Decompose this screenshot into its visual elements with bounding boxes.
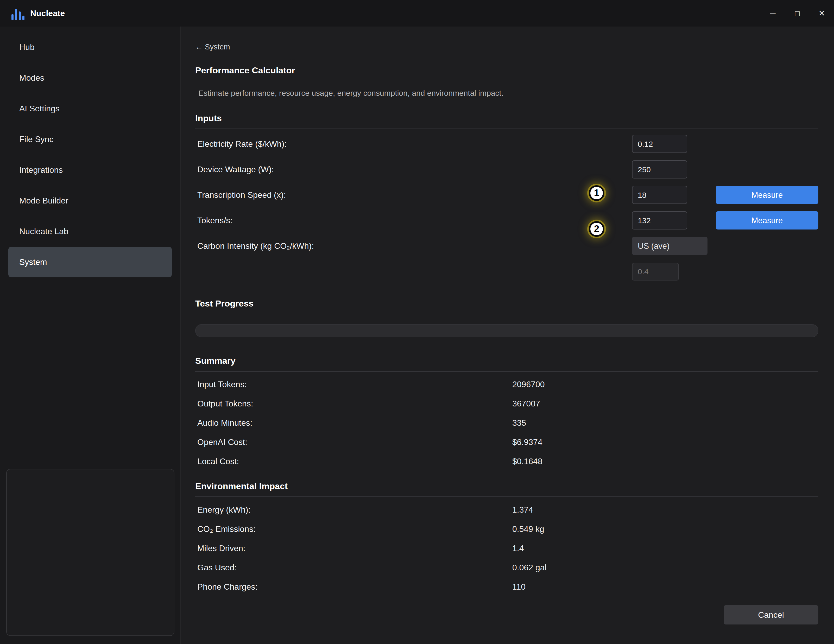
device-wattage-label: Device Wattage (W): — [195, 165, 632, 174]
divider — [195, 129, 818, 129]
title-bar: Nucleate ─ □ × — [0, 0, 834, 27]
divider — [195, 314, 818, 314]
divider — [195, 371, 818, 371]
page-title: Performance Calculator — [195, 66, 818, 76]
sidebar-item-file-sync[interactable]: File Sync — [8, 124, 172, 155]
cancel-button[interactable]: Cancel — [724, 605, 818, 625]
stat-label: Gas Used: — [195, 563, 512, 572]
sidebar-empty-panel — [6, 469, 175, 636]
sidebar-nav: HubModesAI SettingsFile SyncIntegrations… — [0, 32, 180, 278]
stat-value: $0.1648 — [512, 457, 818, 466]
sidebar-item-nucleate-lab[interactable]: Nucleate Lab — [8, 216, 172, 247]
carbon-intensity-row: Carbon Intensity (kg CO₂/kWh): US (ave) — [195, 233, 818, 259]
tokens-per-second-row: Tokens/s: Measure — [195, 208, 818, 233]
progress-bar — [195, 324, 818, 337]
stat-value: 0.549 kg — [512, 524, 818, 534]
main-content: ← System Performance Calculator Estimate… — [181, 27, 834, 644]
stat-row: Input Tokens:2096700 — [195, 375, 818, 394]
stat-label: Phone Charges: — [195, 582, 512, 591]
tokens-per-second-input[interactable] — [632, 211, 687, 229]
close-button[interactable]: × — [810, 0, 834, 27]
carbon-intensity-select[interactable]: US (ave) — [632, 237, 708, 255]
stat-value: 1.374 — [512, 505, 818, 515]
stat-value: $6.9374 — [512, 437, 818, 447]
stat-row: Energy (kWh):1.374 — [195, 500, 818, 520]
stat-label: CO₂ Emissions: — [195, 524, 512, 534]
summary-heading: Summary — [195, 356, 818, 366]
sidebar-item-label: Mode Builder — [19, 196, 68, 205]
stat-row: Local Cost:$0.1648 — [195, 452, 818, 471]
stat-label: OpenAI Cost: — [195, 437, 512, 447]
divider — [195, 497, 818, 497]
stat-value: 367007 — [512, 399, 818, 408]
tokens-per-second-label: Tokens/s: — [195, 216, 632, 225]
sidebar-item-hub[interactable]: Hub — [8, 32, 172, 63]
device-wattage-input[interactable] — [632, 160, 687, 179]
app-logo-icon — [11, 6, 25, 20]
stat-row: OpenAI Cost:$6.9374 — [195, 433, 818, 452]
sidebar-item-label: Nucleate Lab — [19, 227, 68, 236]
transcription-speed-input[interactable] — [632, 186, 687, 204]
stat-row: Gas Used:0.062 gal — [195, 558, 818, 577]
sidebar-item-label: Integrations — [19, 165, 63, 174]
carbon-intensity-value-row — [195, 259, 818, 284]
stat-value: 1.4 — [512, 544, 818, 553]
carbon-intensity-label: Carbon Intensity (kg CO₂/kWh): — [195, 241, 632, 250]
stat-label: Local Cost: — [195, 457, 512, 466]
sidebar-item-modes[interactable]: Modes — [8, 63, 172, 93]
carbon-intensity-value-input — [632, 263, 679, 280]
measure-transcription-button[interactable]: Measure — [716, 186, 818, 204]
stat-label: Audio Minutes: — [195, 418, 512, 428]
maximize-button[interactable]: □ — [785, 0, 810, 27]
sidebar-item-mode-builder[interactable]: Mode Builder — [8, 185, 172, 216]
stat-row: Phone Charges:110 — [195, 577, 818, 596]
divider — [195, 81, 818, 81]
test-progress-heading: Test Progress — [195, 299, 818, 309]
transcription-speed-row: Transcription Speed (x): Measure — [195, 182, 818, 208]
electricity-rate-row: Electricity Rate ($/kWh): — [195, 131, 818, 157]
back-link[interactable]: ← System — [195, 43, 230, 51]
stat-row: Audio Minutes:335 — [195, 413, 818, 433]
window-controls: ─ □ × — [761, 0, 834, 27]
sidebar-item-system[interactable]: System — [8, 247, 172, 278]
sidebar-item-label: Modes — [19, 73, 44, 82]
sidebar-item-label: System — [19, 257, 47, 267]
sidebar-item-label: File Sync — [19, 134, 53, 144]
measure-tokens-button[interactable]: Measure — [716, 211, 818, 229]
footer: Cancel — [195, 605, 818, 625]
stat-row: Output Tokens:367007 — [195, 394, 818, 413]
electricity-rate-label: Electricity Rate ($/kWh): — [195, 139, 632, 148]
app-window: Nucleate ─ □ × HubModesAI SettingsFile S… — [0, 0, 834, 644]
sidebar-item-integrations[interactable]: Integrations — [8, 155, 172, 185]
sidebar-item-label: AI Settings — [19, 104, 60, 113]
page-subtitle: Estimate performance, resource usage, en… — [198, 89, 818, 97]
app-title: Nucleate — [30, 8, 65, 18]
stat-label: Input Tokens: — [195, 379, 512, 389]
sidebar-item-label: Hub — [19, 42, 35, 52]
stat-row: CO₂ Emissions:0.549 kg — [195, 520, 818, 539]
environmental-section: Energy (kWh):1.374CO₂ Emissions:0.549 kg… — [195, 500, 818, 596]
stat-value: 110 — [512, 582, 818, 591]
inputs-section: 1 2 Electricity Rate ($/kWh): Device Wat… — [195, 131, 818, 284]
stat-value: 335 — [512, 418, 818, 428]
stat-label: Energy (kWh): — [195, 505, 512, 515]
sidebar-item-ai-settings[interactable]: AI Settings — [8, 93, 172, 124]
transcription-speed-label: Transcription Speed (x): — [195, 190, 632, 200]
inputs-heading: Inputs — [195, 113, 818, 124]
stat-label: Output Tokens: — [195, 399, 512, 408]
stat-label: Miles Driven: — [195, 544, 512, 553]
device-wattage-row: Device Wattage (W): — [195, 157, 818, 182]
environmental-heading: Environmental Impact — [195, 481, 818, 492]
stat-value: 2096700 — [512, 379, 818, 389]
annotation-badge-1: 1 — [589, 185, 604, 201]
electricity-rate-input[interactable] — [632, 135, 687, 153]
minimize-button[interactable]: ─ — [761, 0, 785, 27]
stat-row: Miles Driven:1.4 — [195, 539, 818, 558]
annotation-badge-2: 2 — [589, 221, 604, 237]
stat-value: 0.062 gal — [512, 563, 818, 572]
sidebar: HubModesAI SettingsFile SyncIntegrations… — [0, 27, 181, 644]
summary-section: Input Tokens:2096700Output Tokens:367007… — [195, 375, 818, 471]
